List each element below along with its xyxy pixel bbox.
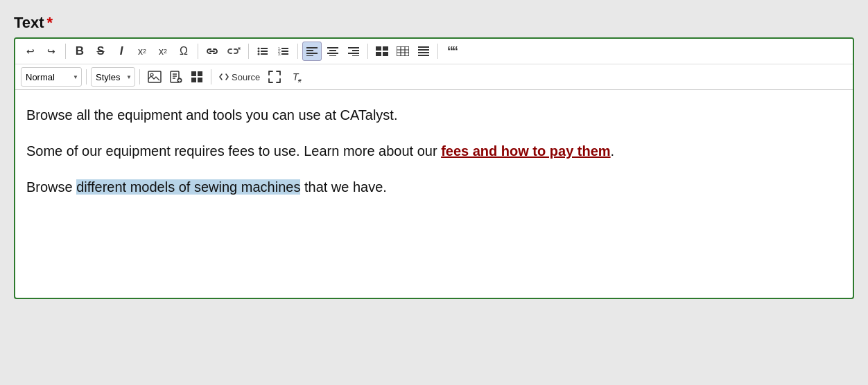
align-right-button[interactable]: [344, 42, 363, 61]
insert-button[interactable]: [166, 67, 186, 87]
hline-icon: [418, 46, 429, 56]
svg-point-38: [150, 73, 153, 76]
image-button[interactable]: [144, 67, 165, 87]
styles-select[interactable]: Styles: [91, 67, 135, 87]
rich-text-editor: ↩ ↪ B S I x2 x2 Ω: [14, 37, 854, 299]
svg-rect-35: [418, 52, 429, 53]
fees-link[interactable]: fees and how to pay them: [441, 143, 610, 159]
format-select-wrapper: Normal Heading 1 Heading 2 Heading 3: [21, 67, 82, 87]
separator-6: [437, 44, 438, 59]
svg-rect-49: [198, 78, 202, 82]
special-char-button[interactable]: Ω: [174, 42, 193, 61]
link-button[interactable]: [202, 42, 222, 61]
separator-4: [297, 44, 298, 59]
horizontal-line-button[interactable]: [414, 42, 433, 61]
insert-icon: [170, 71, 182, 83]
required-marker: *: [47, 14, 53, 32]
separator-1: [65, 44, 66, 59]
toolbar-row-2: Normal Heading 1 Heading 2 Heading 3 Sty…: [15, 64, 853, 89]
separator-5: [367, 44, 368, 59]
fullscreen-button[interactable]: [265, 67, 284, 87]
ordered-list-button[interactable]: 1. 2. 3.: [274, 42, 293, 61]
subscript-button[interactable]: x2: [153, 42, 173, 61]
svg-rect-3: [261, 51, 268, 52]
svg-rect-15: [306, 55, 313, 56]
source-button[interactable]: Source: [216, 67, 263, 87]
align-left-icon: [306, 46, 318, 56]
svg-rect-23: [352, 55, 359, 56]
svg-rect-9: [281, 51, 288, 52]
svg-rect-19: [329, 55, 336, 56]
redo-button[interactable]: ↪: [42, 42, 61, 61]
content-paragraph-3: Browse different models of sewing machin…: [26, 176, 842, 198]
align-left-button[interactable]: [302, 42, 322, 61]
clear-format-button[interactable]: Tx: [286, 67, 305, 87]
svg-rect-12: [306, 47, 318, 48]
content-paragraph-1: Browse all the equipment and tools you c…: [26, 104, 842, 126]
svg-rect-16: [327, 47, 338, 48]
separator-2: [198, 44, 198, 59]
ul-icon: [257, 46, 268, 56]
svg-rect-20: [348, 47, 359, 48]
superscript-button[interactable]: x2: [132, 42, 152, 61]
field-label-text: Text: [14, 14, 44, 32]
svg-text:3.: 3.: [278, 52, 281, 56]
format-select[interactable]: Normal Heading 1 Heading 2 Heading 3: [21, 67, 82, 87]
svg-rect-14: [306, 53, 318, 54]
strikethrough-button[interactable]: S: [91, 42, 110, 61]
svg-rect-26: [376, 52, 381, 56]
svg-rect-22: [348, 53, 359, 54]
editor-toolbar: ↩ ↪ B S I x2 x2 Ω: [15, 39, 853, 90]
block-full-button[interactable]: [372, 42, 392, 61]
block-full-icon: [376, 46, 388, 56]
italic-button[interactable]: I: [112, 42, 131, 61]
content-paragraph-2: Some of our equipment requires fees to u…: [26, 140, 842, 162]
svg-rect-7: [281, 48, 288, 49]
ol-icon: 1. 2. 3.: [278, 46, 289, 56]
highlighted-text: different models of sewing machines: [76, 179, 300, 195]
align-center-icon: [327, 46, 338, 56]
svg-rect-48: [191, 78, 196, 82]
table-icon: [397, 46, 409, 56]
svg-rect-46: [191, 71, 196, 76]
align-right-icon: [348, 46, 359, 56]
svg-rect-27: [383, 52, 388, 56]
image-icon: [148, 71, 162, 83]
bold-button[interactable]: B: [70, 42, 89, 61]
field-label: Text *: [14, 14, 854, 32]
unordered-list-button[interactable]: [253, 42, 272, 61]
svg-rect-28: [397, 46, 409, 56]
svg-rect-33: [418, 46, 429, 48]
svg-rect-21: [352, 50, 359, 51]
separator-9: [211, 69, 211, 84]
svg-rect-24: [376, 46, 381, 51]
svg-rect-17: [329, 50, 336, 51]
source-label: Source: [232, 72, 260, 82]
svg-point-2: [258, 51, 260, 53]
field-wrapper: Text * ↩ ↪ B S I x2: [14, 14, 854, 299]
separator-8: [139, 69, 140, 84]
undo-button[interactable]: ↩: [21, 42, 40, 61]
svg-rect-34: [418, 49, 429, 51]
align-center-button[interactable]: [323, 42, 342, 61]
svg-rect-5: [261, 53, 268, 55]
link-icon: [206, 46, 218, 56]
editor-content-area[interactable]: Browse all the equipment and tools you c…: [15, 90, 853, 298]
toolbar-row-1: ↩ ↪ B S I x2 x2 Ω: [15, 39, 853, 64]
blockquote-button[interactable]: ““: [442, 42, 462, 61]
styles-select-wrapper: Styles: [91, 67, 135, 87]
unlink-button[interactable]: [223, 42, 244, 61]
svg-rect-11: [281, 53, 288, 55]
fullscreen-icon: [268, 71, 281, 83]
clear-format-icon: Tx: [293, 71, 299, 82]
svg-rect-13: [306, 50, 313, 51]
svg-rect-1: [261, 48, 268, 49]
blocks-button[interactable]: [187, 67, 207, 87]
svg-point-4: [258, 53, 260, 55]
blocks-icon: [191, 71, 203, 83]
unlink-icon: [227, 46, 241, 56]
separator-3: [248, 44, 249, 59]
svg-rect-25: [383, 46, 388, 51]
svg-rect-18: [327, 53, 338, 54]
table-button[interactable]: [393, 42, 413, 61]
